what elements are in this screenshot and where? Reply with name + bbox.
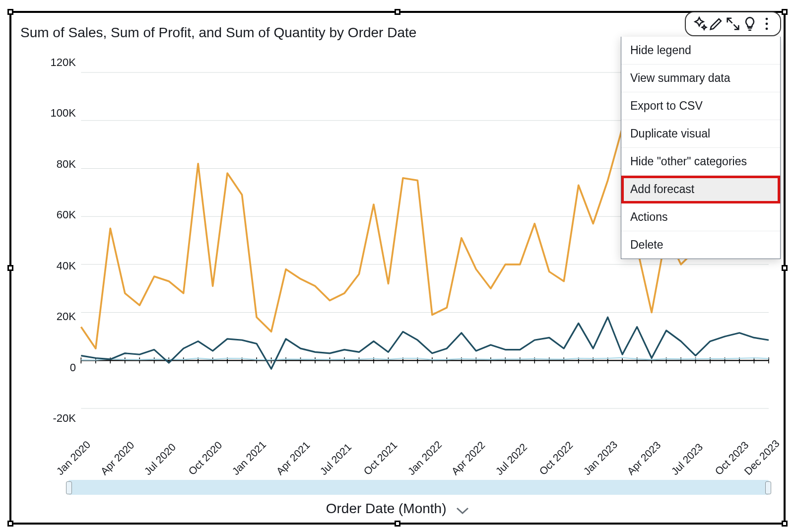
x-tick-label: Dec 2023: [742, 437, 782, 477]
menu-actions[interactable]: Actions: [621, 203, 780, 231]
x-tick-label: Apr 2021: [274, 439, 312, 477]
x-axis-ticks: Jan 2020Apr 2020Jul 2020Oct 2020Jan 2021…: [41, 423, 774, 478]
expand-icon[interactable]: [725, 15, 741, 32]
menu-hide-legend[interactable]: Hide legend: [621, 37, 780, 65]
menu-add-forecast[interactable]: Add forecast: [621, 176, 780, 203]
resize-handle-n[interactable]: [395, 9, 400, 15]
x-tick-label: Jul 2022: [493, 441, 530, 477]
x-axis-title-text: Order Date (Month): [326, 501, 447, 516]
chart-visual-panel[interactable]: Sum of Sales, Sum of Profit, and Sum of …: [9, 11, 786, 525]
menu-delete[interactable]: Delete: [621, 231, 780, 259]
more-options-icon[interactable]: [758, 15, 775, 32]
menu-view-summary[interactable]: View summary data: [621, 65, 780, 92]
x-tick-label: Jan 2021: [230, 439, 268, 477]
x-tick-label: Oct 2022: [537, 439, 575, 477]
resize-handle-e[interactable]: [782, 265, 788, 271]
lightbulb-icon[interactable]: [741, 15, 758, 32]
resize-handle-s[interactable]: [395, 521, 400, 527]
insights-icon[interactable]: [691, 15, 708, 32]
stage: Sum of Sales, Sum of Profit, and Sum of …: [0, 0, 795, 532]
x-tick-label: Jan 2020: [54, 439, 93, 477]
edit-icon[interactable]: [708, 15, 725, 32]
chevron-down-icon[interactable]: [456, 502, 469, 518]
x-tick-label: Apr 2022: [449, 439, 487, 477]
x-tick-label: Jul 2020: [142, 441, 178, 477]
x-tick-label: Oct 2020: [186, 439, 224, 477]
menu-export-csv[interactable]: Export to CSV: [621, 92, 780, 120]
chart-title[interactable]: Sum of Sales, Sum of Profit, and Sum of …: [20, 25, 416, 41]
svg-point-0: [766, 18, 768, 20]
resize-handle-se[interactable]: [782, 521, 788, 527]
menu-duplicate[interactable]: Duplicate visual: [621, 120, 780, 148]
menu-hide-other[interactable]: Hide "other" categories: [621, 148, 780, 176]
visual-options-menu: Hide legend View summary data Export to …: [621, 37, 781, 259]
x-tick-label: Jan 2023: [581, 439, 620, 477]
x-tick-label: Jul 2023: [669, 441, 705, 477]
x-tick-label: Oct 2021: [361, 439, 399, 477]
svg-point-1: [766, 23, 768, 25]
svg-point-2: [766, 28, 768, 30]
zoom-handle-right[interactable]: [765, 481, 771, 494]
resize-handle-ne[interactable]: [782, 9, 788, 15]
x-tick-label: Apr 2023: [625, 439, 663, 477]
x-tick-label: Apr 2020: [98, 439, 136, 477]
zoom-handle-left[interactable]: [66, 481, 72, 494]
x-axis-title[interactable]: Order Date (Month): [11, 501, 784, 517]
x-tick-label: Jan 2022: [405, 439, 444, 477]
visual-toolbar: [685, 11, 781, 36]
resize-handle-sw[interactable]: [7, 521, 13, 527]
x-tick-label: Jul 2021: [318, 441, 354, 477]
x-axis-zoom-scrollbar[interactable]: [68, 480, 769, 495]
resize-handle-nw[interactable]: [7, 9, 13, 15]
